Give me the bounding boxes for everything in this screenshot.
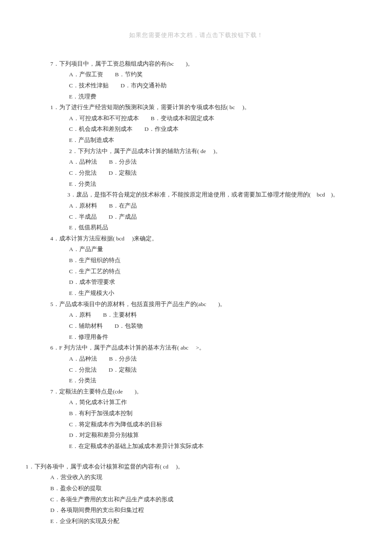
text-line: 7．定额法的主要特点是(cde )。 <box>26 386 366 397</box>
text-line: E．洗理费 <box>26 91 366 102</box>
text-line: E．产品制造成本 <box>26 135 366 146</box>
text-line: C．将定额成本作为降低成本的目标 <box>26 419 366 430</box>
question-section: 7．下列项目中，属于工资总额组成内容的有(bc )。A．产假工资 B．节约奖C．… <box>26 58 366 452</box>
text-line: E．分类法 <box>26 179 366 190</box>
text-line: B．生产组织的特点 <box>26 255 366 266</box>
text-line: B．有利于加强成本控制 <box>26 408 366 419</box>
text-line: E，低值易耗品 <box>26 222 366 233</box>
text-line: E．分类法 <box>26 375 366 386</box>
question-section: 1．下列各项中，属于成本会计核算和监督的内容有( cd )。A．营业收入的实现B… <box>26 461 366 527</box>
text-line: C．分批法 D．定额法 <box>26 364 366 376</box>
text-line: 3．废品，是指不符合规定的技术标准，不能按原定用途使用，或者需要加工修理才能使用… <box>26 189 366 200</box>
text-line: E．企业利润的实现及分配 <box>26 516 366 527</box>
text-line: E．生产规模大小 <box>26 288 366 299</box>
text-line: A．产假工资 B．节约奖 <box>26 69 366 80</box>
text-line: 6．F 列方法中，属于产品成本计算的基本方法有( abc >。 <box>26 342 366 353</box>
text-line: 7．下列项目中，属于工资总额组成内容的有(bc )。 <box>26 58 366 69</box>
text-line: C．辅助材料 D．包装物 <box>26 321 366 332</box>
text-line: A．品种法 B．分步法 <box>26 156 366 168</box>
header-note: 如果您需要使用本文档，请点击下载按钮下载！ <box>26 30 366 41</box>
text-line: C．各项生产费用的支出和产品生产成本的形成 <box>26 494 366 505</box>
text-line: D．各项期间费用的支出和归集过程 <box>26 505 366 516</box>
text-line: D．成本管理要求 <box>26 277 366 288</box>
text-line: 2．下列方法中，属于产品成本计算的辅助方法有( de )。 <box>26 146 366 157</box>
text-line: C．技术性津贴 D．市内交通补助 <box>26 80 366 91</box>
text-line: 1．下列各项中，属于成本会计核算和监督的内容有( cd )。 <box>26 461 366 472</box>
text-line: 1．为了进行生产经营短期的预测和决策，需要计算的专项成本包括( bc )。 <box>26 102 366 113</box>
text-line: E．在定额成本的基础上加减成本差异计算实际成本 <box>26 441 366 452</box>
text-line: A，简化成本计算工作 <box>26 397 366 408</box>
text-line: C．机会成本和差别成本 D．作业成本 <box>26 124 366 135</box>
text-line: E．修理用备件 <box>26 332 366 343</box>
text-line: A．营业收入的实现 <box>26 472 366 483</box>
text-line: C．半成品 D．产成品 <box>26 211 366 223</box>
text-line: A．可控成本和不可控成本 B．变动成本和固定成本 <box>26 113 366 124</box>
text-line: D．对定额和差异分别核算 <box>26 430 366 441</box>
text-line: 4．成本计算方法应根据( bcd )来确定。 <box>26 233 366 244</box>
text-line: C．分批法 D．定额法 <box>26 168 366 179</box>
text-line: A．原材料 B．在产品 <box>26 200 366 211</box>
text-line: B．盈余公积的提取 <box>26 483 366 494</box>
text-line: A．原料 B．主要材料 <box>26 309 366 321</box>
text-line: A．产品产量 <box>26 244 366 255</box>
text-line: 5．产品成本项目中的原材料，包括直接用于产品生产的(abc )。 <box>26 299 366 310</box>
text-line: A．品种法 B．分步法 <box>26 353 366 364</box>
document-body: 7．下列项目中，属于工资总额组成内容的有(bc )。A．产假工资 B．节约奖C．… <box>26 58 366 527</box>
text-line: C．生产工艺的特点 <box>26 266 366 277</box>
